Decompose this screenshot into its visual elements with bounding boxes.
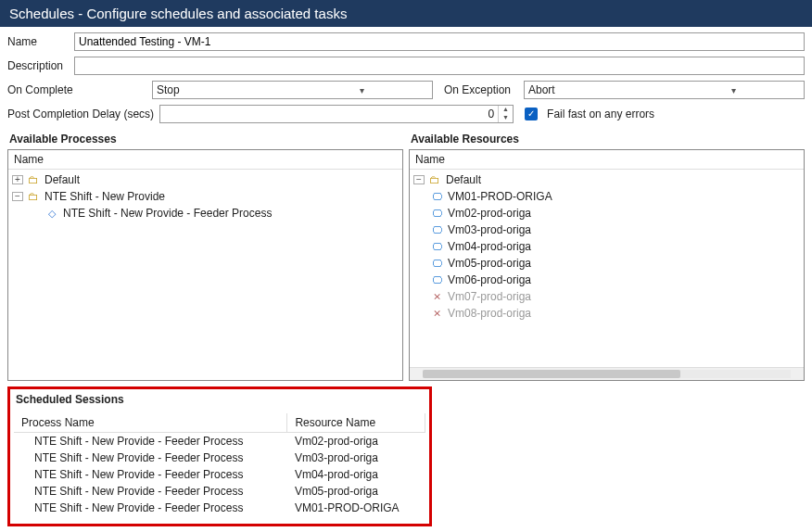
monitor-offline-icon: ⨯: [430, 307, 443, 320]
scheduled-sessions-table: Process Name Resource Name NTE Shift - N…: [14, 413, 425, 516]
monitor-icon: 🖵: [430, 207, 443, 220]
session-process-cell: NTE Shift - New Provide - Feeder Process: [14, 483, 287, 500]
scheduled-sessions-title: Scheduled Sessions: [16, 393, 425, 406]
description-field[interactable]: [74, 57, 805, 75]
folder-icon: 🗀: [27, 190, 40, 203]
resources-name-header[interactable]: Name: [410, 150, 804, 170]
resource-tree-item[interactable]: 🖵Vm05-prod-origa: [413, 255, 800, 272]
table-row[interactable]: NTE Shift - New Provide - Feeder Process…: [14, 500, 425, 516]
chevron-down-icon: ▾: [293, 85, 433, 95]
monitor-icon: 🖵: [430, 240, 443, 253]
on-exception-select[interactable]: Abort ▾: [524, 81, 805, 99]
resource-item-label: Vm03-prod-origa: [448, 223, 531, 236]
session-resource-cell: Vm04-prod-origa: [287, 466, 425, 483]
scheduled-sessions-section: Scheduled Sessions Process Name Resource…: [7, 386, 432, 526]
session-process-cell: NTE Shift - New Provide - Feeder Process: [14, 500, 287, 516]
resource-item-label: Vm02-prod-origa: [448, 207, 531, 220]
resource-tree-item[interactable]: ⨯Vm07-prod-origa: [413, 288, 800, 305]
resource-item-label: Vm06-prod-origa: [448, 273, 531, 286]
table-row[interactable]: NTE Shift - New Provide - Feeder Process…: [14, 450, 425, 466]
label-on-complete: On Complete: [7, 83, 146, 96]
resource-root-label: Default: [446, 173, 481, 186]
session-process-cell: NTE Shift - New Provide - Feeder Process: [14, 450, 287, 466]
stepper-down-icon[interactable]: ▼: [499, 114, 513, 122]
on-complete-value: Stop: [153, 83, 293, 96]
session-process-cell: NTE Shift - New Provide - Feeder Process: [14, 433, 287, 450]
label-post-delay: Post Completion Delay (secs): [7, 108, 154, 120]
available-resources-title: Available Resources: [411, 133, 805, 146]
resource-tree-item[interactable]: ⨯Vm08-prod-origa: [413, 305, 800, 322]
session-process-cell: NTE Shift - New Provide - Feeder Process: [14, 466, 287, 483]
process-root-label: Default: [44, 173, 80, 186]
form-area: Name Description On Complete Stop ▾ On E…: [0, 27, 812, 123]
resource-item-label: Vm04-prod-origa: [448, 240, 531, 253]
label-name: Name: [7, 35, 69, 48]
col-process-header[interactable]: Process Name: [14, 413, 287, 433]
folder-icon: 🗀: [27, 173, 40, 186]
resource-tree-item[interactable]: 🖵Vm04-prod-origa: [413, 238, 800, 255]
monitor-offline-icon: ⨯: [430, 290, 443, 303]
monitor-icon: 🖵: [430, 190, 443, 203]
folder-icon: 🗀: [428, 173, 441, 186]
process-tree-item[interactable]: ◇ NTE Shift - New Provide - Feeder Proce…: [12, 205, 399, 222]
page-header: Schedules - Configure schedules and asso…: [0, 0, 812, 27]
label-on-exception: On Exception: [444, 83, 518, 96]
resource-item-label: Vm07-prod-origa: [448, 290, 531, 303]
process-tree-group[interactable]: − 🗀 NTE Shift - New Provide: [12, 188, 399, 205]
monitor-icon: 🖵: [430, 257, 443, 270]
resource-tree-item[interactable]: 🖵VM01-PROD-ORIGA: [413, 188, 800, 205]
resource-tree-root[interactable]: − 🗀 Default: [413, 171, 800, 188]
process-item-label: NTE Shift - New Provide - Feeder Process: [63, 207, 272, 220]
available-processes-panel: Name + 🗀 Default − 🗀 NTE Shift - New Pro…: [7, 149, 403, 381]
resource-tree-item[interactable]: 🖵Vm06-prod-origa: [413, 272, 800, 288]
resource-item-label: Vm08-prod-origa: [448, 307, 531, 320]
resource-item-label: Vm05-prod-origa: [448, 257, 531, 270]
col-resource-header[interactable]: Resource Name: [287, 413, 425, 433]
session-resource-cell: Vm02-prod-origa: [287, 433, 425, 450]
collapse-icon[interactable]: −: [413, 175, 425, 184]
resource-item-label: VM01-PROD-ORIGA: [448, 190, 552, 203]
table-row[interactable]: NTE Shift - New Provide - Feeder Process…: [14, 466, 425, 483]
collapse-icon[interactable]: −: [12, 192, 23, 201]
table-row[interactable]: NTE Shift - New Provide - Feeder Process…: [14, 433, 425, 450]
process-group-label: NTE Shift - New Provide: [44, 190, 165, 203]
on-complete-select[interactable]: Stop ▾: [152, 81, 433, 99]
stepper-up-icon[interactable]: ▲: [499, 106, 513, 114]
available-processes-title: Available Processes: [9, 133, 403, 146]
post-delay-value: 0: [160, 106, 498, 122]
available-resources-panel: Name − 🗀 Default 🖵VM01-PROD-ORIGA🖵Vm02-p…: [409, 149, 805, 381]
resource-tree-item[interactable]: 🖵Vm02-prod-origa: [413, 205, 800, 222]
process-icon: ◇: [45, 207, 58, 220]
page-title: Schedules - Configure schedules and asso…: [9, 6, 347, 21]
processes-name-header[interactable]: Name: [8, 150, 402, 170]
chevron-down-icon: ▾: [665, 85, 805, 95]
resource-tree-item[interactable]: 🖵Vm03-prod-origa: [413, 222, 800, 238]
monitor-icon: 🖵: [430, 223, 443, 236]
session-resource-cell: Vm05-prod-origa: [287, 483, 425, 500]
fail-fast-checkbox[interactable]: ✓: [525, 108, 538, 120]
post-delay-stepper[interactable]: 0 ▲ ▼: [159, 105, 514, 123]
monitor-icon: 🖵: [430, 273, 443, 286]
table-row[interactable]: NTE Shift - New Provide - Feeder Process…: [14, 483, 425, 500]
horizontal-scrollbar[interactable]: [410, 367, 804, 380]
on-exception-value: Abort: [525, 83, 665, 96]
name-field[interactable]: [74, 32, 805, 51]
label-description: Description: [7, 59, 69, 72]
expand-icon[interactable]: +: [12, 175, 23, 184]
process-tree-root[interactable]: + 🗀 Default: [12, 171, 399, 188]
session-resource-cell: Vm03-prod-origa: [287, 450, 425, 466]
session-resource-cell: VM01-PROD-ORIGA: [287, 500, 425, 516]
label-fail-fast: Fail fast on any errors: [547, 108, 654, 120]
